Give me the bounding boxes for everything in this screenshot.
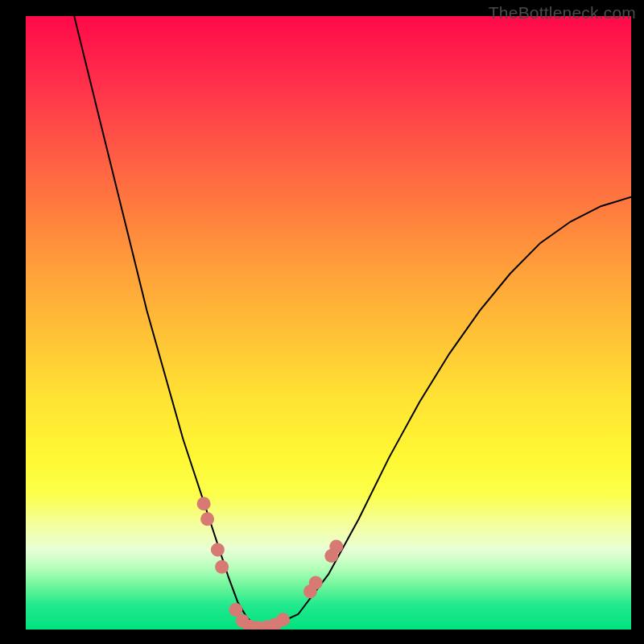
outer-frame: TheBottleneck.com [0,0,644,644]
marker-dot [329,540,343,554]
chart-overlay [26,16,631,630]
marker-dot [276,613,290,626]
marker-dot [309,576,323,590]
marker-group [197,497,344,630]
marker-dot [200,512,214,526]
curve-path [74,16,631,629]
marker-dot [197,497,211,510]
marker-dot [211,543,225,556]
watermark-text: TheBottleneck.com [489,3,636,23]
marker-dot [215,560,229,574]
